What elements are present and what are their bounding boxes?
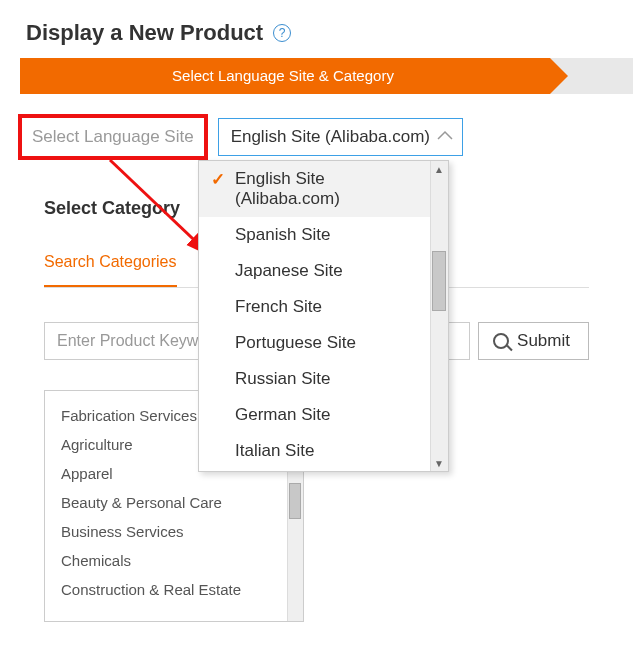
language-select[interactable]: English Site (Alibaba.com) — [218, 118, 463, 156]
language-option[interactable]: French Site — [199, 289, 448, 325]
scroll-thumb[interactable] — [289, 483, 301, 519]
scroll-down-icon[interactable]: ▼ — [430, 455, 448, 471]
submit-button[interactable]: Submit — [478, 322, 589, 360]
scroll-up-icon[interactable]: ▲ — [430, 161, 448, 177]
wizard-step-1: Select Language Site & Category — [20, 58, 550, 94]
language-option[interactable]: Spanish Site — [199, 217, 448, 253]
scroll-thumb[interactable] — [432, 251, 446, 311]
language-option[interactable]: Arabic Site — [199, 469, 448, 471]
category-item[interactable]: Construction & Real Estate — [45, 575, 303, 604]
language-option[interactable]: Russian Site — [199, 361, 448, 397]
category-item[interactable]: Beauty & Personal Care — [45, 488, 303, 517]
language-label: Select Language Site — [18, 114, 208, 160]
category-item[interactable]: Consumer Electronics — [45, 604, 303, 611]
help-icon[interactable]: ? — [273, 24, 291, 42]
search-icon — [493, 333, 509, 349]
dropdown-scrollbar[interactable]: ▲ ▼ — [430, 161, 448, 471]
chevron-up-icon — [436, 128, 454, 146]
language-option[interactable]: Japanese Site — [199, 253, 448, 289]
language-option[interactable]: German Site — [199, 397, 448, 433]
language-option[interactable]: English Site (Alibaba.com) — [199, 161, 448, 217]
category-item[interactable]: Chemicals — [45, 546, 303, 575]
page-title: Display a New Product — [26, 20, 263, 46]
language-dropdown: English Site (Alibaba.com) Spanish Site … — [198, 160, 449, 472]
category-item[interactable]: Business Services — [45, 517, 303, 546]
language-selected-text: English Site (Alibaba.com) — [231, 127, 430, 147]
tab-search-categories[interactable]: Search Categories — [44, 253, 177, 287]
wizard-bar: Select Language Site & Category — [20, 58, 633, 94]
language-option[interactable]: Portuguese Site — [199, 325, 448, 361]
language-option[interactable]: Italian Site — [199, 433, 448, 469]
submit-label: Submit — [517, 331, 570, 351]
